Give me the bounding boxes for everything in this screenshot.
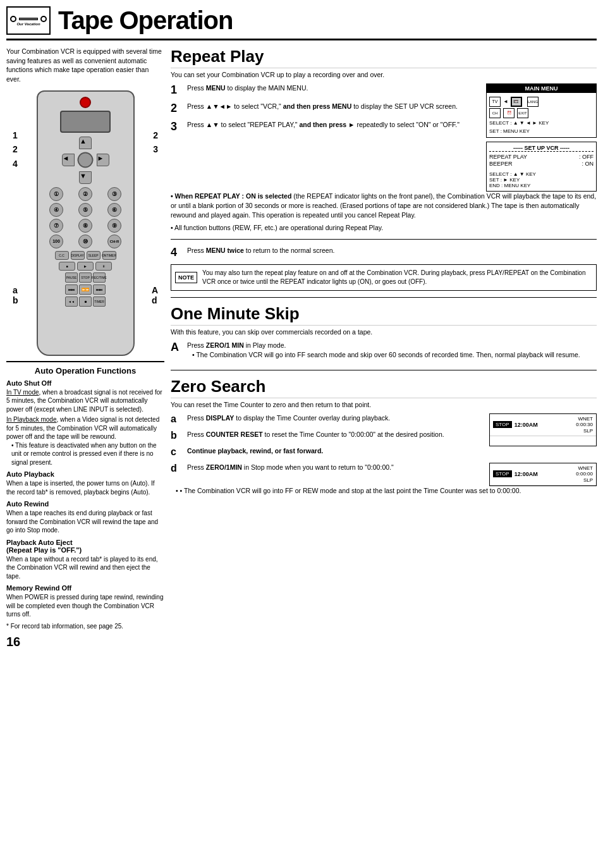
zero-search-section: Zero Search You can reset the Time Count… <box>171 377 597 496</box>
step-1-row: 1 Press MENU to display the MAIN MENU. 2… <box>171 83 597 192</box>
setup-end-line: END : MENU KEY <box>489 183 594 188</box>
step-4-num: 4 <box>171 246 183 259</box>
zero-steps-left: a Press DISPLAY to display the Time Coun… <box>171 413 483 446</box>
memory-rewind-heading: Memory Rewind Off <box>6 584 164 592</box>
main-menu-select-line: SELECT : ▲ ▼ ◄ ► KEY <box>489 119 594 126</box>
memory-rewind-text: When POWER is pressed during tape rewind… <box>6 593 164 619</box>
step-b-label: b <box>171 430 183 441</box>
page-number: 16 <box>6 635 164 649</box>
menu-tv-icon: TV <box>489 97 501 107</box>
menu-language-icon: LANG <box>527 97 539 107</box>
step-3-num: 3 <box>171 120 183 133</box>
menu-ch-icon: CH <box>489 108 501 118</box>
zero-search-steps-ab: a Press DISPLAY to display the Time Coun… <box>171 413 597 446</box>
playback-auto-eject-heading: Playback Auto Eject(Repeat Play is "OFF.… <box>6 539 164 554</box>
step-c: c Continue playback, rewind, or fast for… <box>171 446 597 458</box>
display-a-time: 12:00AM <box>515 422 576 428</box>
main-menu-set-line: SET : MENU KEY <box>489 128 594 135</box>
zero-steps-d-left: d Press ZERO/1MIN in Stop mode when you … <box>171 463 483 487</box>
display-a-right: WNET 0:00:30 SLP <box>576 416 593 434</box>
zero-search-subtitle: You can reset the Time Counter to zero a… <box>171 401 597 408</box>
remote-illustration: 124 23 ▲ ▼ ◄ ► ① <box>13 90 158 356</box>
main-menu-box: MAIN MENU TV ◄ 📼 LANG CH ⏰ <box>486 83 597 138</box>
display-d-right: WNET 0:00:00 SLP <box>576 465 593 484</box>
note-text: You may also turn the repeat play featur… <box>202 269 592 286</box>
auto-section-title: Auto Operation Functions <box>6 366 164 376</box>
zero-search-steps-d: d Press ZERO/1MIN in Stop mode when you … <box>171 463 597 487</box>
auto-playback-text: When a tape is inserted, the power turns… <box>6 479 164 496</box>
auto-shut-off-bullet: This feature is deactivated when any but… <box>11 441 164 467</box>
setup-row-beeper: BEEPER : ON <box>489 161 594 167</box>
display-d-status: STOP <box>493 470 512 477</box>
auto-rewind-heading: Auto Rewind <box>6 500 164 508</box>
main-menu-content: TV ◄ 📼 LANG CH ⏰ EXIT SELEC <box>487 93 596 137</box>
page-header: Our Vacation Tape Operation <box>6 6 597 40</box>
setup-select-line: SELECT : ▲ ▼ KEY <box>489 171 594 177</box>
menu-vcr-icon: 📼 <box>511 97 522 107</box>
step-A-bullet: The Combination VCR will go into FF sear… <box>187 350 597 360</box>
one-minute-skip-section: One Minute Skip With this feature, you c… <box>171 304 597 363</box>
step-d-content: Press ZERO/1MIN in Stop mode when you wa… <box>187 463 483 474</box>
step-A-label: A <box>171 341 183 363</box>
display-box-a: STOP 12:00AM WNET 0:00:30 SLP <box>489 413 597 446</box>
one-minute-skip-title: One Minute Skip <box>171 304 597 326</box>
auto-operation-section: Auto Operation Functions Auto Shut Off I… <box>6 361 164 630</box>
playback-auto-eject: Playback Auto Eject(Repeat Play is "OFF.… <box>6 539 164 581</box>
display-d-time: 12:00AM <box>515 471 576 477</box>
auto-shut-off-heading: Auto Shut Off <box>6 379 164 387</box>
when-on-section: • When REPEAT PLAY : ON is selected (the… <box>171 192 597 219</box>
main-menu-title: MAIN MENU <box>487 84 596 93</box>
zero-search-title: Zero Search <box>171 377 597 398</box>
step-b: b Press COUNTER RESET to reset the Time … <box>171 430 483 441</box>
step-1: 1 Press MENU to display the MAIN MENU. <box>171 83 480 97</box>
note-box: NOTE You may also turn the repeat play f… <box>171 264 597 291</box>
setup-vcr-title: ----- SET UP VCR ----- <box>489 145 594 152</box>
setup-vcr-box: ----- SET UP VCR ----- REPEAT PLAY : OFF… <box>486 142 597 192</box>
repeat-play-section: Repeat Play You can set your Combination… <box>171 47 597 291</box>
step-d: d Press ZERO/1MIN in Stop mode when you … <box>171 463 483 474</box>
vcr-tape-icon: Our Vacation <box>6 6 51 35</box>
step-2: 2 Press ▲▼◄► to select "VCR," and then p… <box>171 102 480 115</box>
step-A: A Press ZERO/1 MIN in Play mode. The Com… <box>171 341 597 363</box>
menu-clock-icon: ⏰ <box>503 108 515 118</box>
step-4: 4 Press MENU twice to return to the norm… <box>171 246 597 259</box>
step-A-content: Press ZERO/1 MIN in Play mode. The Combi… <box>187 341 597 363</box>
intro-text: Your Combination VCR is equipped with se… <box>6 47 164 84</box>
memory-rewind-off: Memory Rewind Off When POWER is pressed … <box>6 584 164 619</box>
record-tab-footnote: * For record tab information, see page 2… <box>6 623 164 630</box>
step-c-content: Continue playback, rewind, or fast forwa… <box>187 446 597 458</box>
step-3: 3 Press ▲▼ to select "REPEAT PLAY," and … <box>171 120 480 133</box>
auto-shut-off-text1: In TV mode, when a broadcast signal is n… <box>6 388 164 414</box>
auto-shut-off: Auto Shut Off In TV mode, when a broadca… <box>6 379 164 467</box>
step-d-label: d <box>171 463 183 474</box>
step-2-num: 2 <box>171 102 183 115</box>
step-a-label: a <box>171 413 183 425</box>
step-c-label: c <box>171 446 183 458</box>
when-on-heading: • When REPEAT PLAY : ON is selected <box>171 192 291 200</box>
zero-search-final-bullet: • The Combination VCR will go into FF or… <box>171 486 597 496</box>
step-b-content: Press COUNTER RESET to reset the Time Co… <box>187 430 483 441</box>
step-2-content: Press ▲▼◄► to select "VCR," and then pre… <box>187 102 480 115</box>
menu-exit-icon: EXIT <box>517 108 528 118</box>
remote-label-ab: ab <box>13 285 18 305</box>
remote-label-Ad: Ad <box>152 285 158 305</box>
auto-playback-heading: Auto Playback <box>6 470 164 478</box>
left-column: Your Combination VCR is equipped with se… <box>6 47 164 649</box>
remote-label-1234: 124 <box>13 128 18 171</box>
step-a: a Press DISPLAY to display the Time Coun… <box>171 413 483 425</box>
display-a-status: STOP <box>493 421 512 428</box>
repeat-play-title: Repeat Play <box>171 47 597 68</box>
all-functions-bullet: • All function buttons (REW, FF, etc.) a… <box>171 223 597 233</box>
step-1-content: Press MENU to display the MAIN MENU. <box>187 83 480 97</box>
setup-row-repeat: REPEAT PLAY : OFF <box>489 154 594 160</box>
auto-rewind: Auto Rewind When a tape reaches its end … <box>6 500 164 535</box>
step-3-content: Press ▲▼ to select "REPEAT PLAY," and th… <box>187 120 480 133</box>
step-1-num: 1 <box>171 83 183 97</box>
one-minute-skip-subtitle: With this feature, you can skip over com… <box>171 328 597 336</box>
remote-label-23: 23 <box>153 128 158 157</box>
step-a-content: Press DISPLAY to display the Time Counte… <box>187 413 483 425</box>
page-title: Tape Operation <box>58 6 233 35</box>
note-label: NOTE <box>175 272 197 284</box>
auto-rewind-text: When a tape reaches its end during playb… <box>6 509 164 535</box>
remote-body: ▲ ▼ ◄ ► ① ② ③ ④ ⑤ ⑥ ⑦ ⑧ ⑨ 100 <box>37 90 135 356</box>
